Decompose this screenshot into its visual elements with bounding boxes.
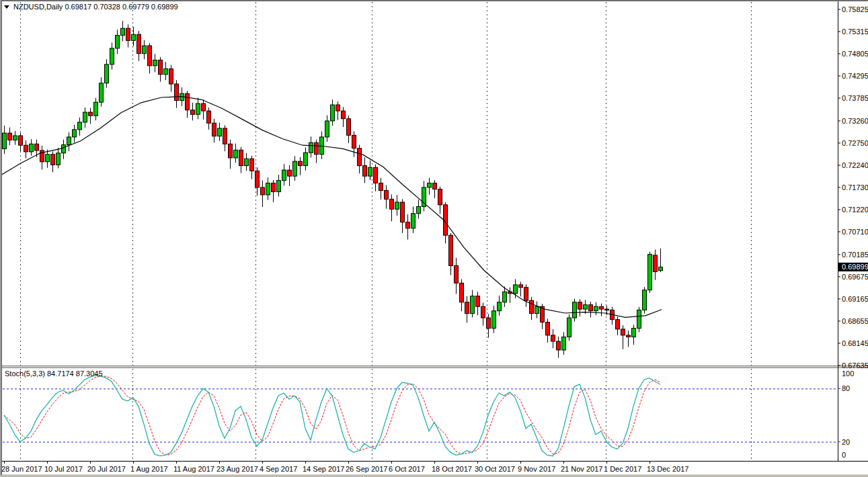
price-chart-canvas[interactable]: 0.758250.753150.748050.742950.737850.732…	[0, 0, 868, 477]
bullish-candle	[153, 60, 157, 65]
current-price-label: 0.69899	[842, 263, 868, 271]
bullish-candle	[659, 267, 663, 270]
bearish-candle	[299, 161, 303, 165]
bearish-candle	[148, 46, 152, 66]
time-axis-label: 18 Oct 2017	[432, 465, 472, 473]
price-axis-label: 0.75315	[842, 28, 868, 36]
time-axis-label: 4 Sep 2017	[260, 465, 297, 473]
bullish-candle	[584, 305, 588, 309]
price-axis-label: 0.69165	[842, 295, 868, 303]
bearish-candle	[363, 166, 367, 177]
bearish-candle	[438, 189, 442, 205]
bullish-candle	[94, 102, 98, 116]
price-axis-label: 0.68145	[842, 339, 868, 347]
stoch-main-line	[4, 376, 660, 456]
time-axis-label: 1 Aug 2017	[130, 465, 168, 473]
bullish-candle	[395, 202, 399, 209]
bullish-candle	[632, 329, 636, 337]
moving-average-line	[0, 97, 662, 318]
stoch-axis-label-20: 20	[842, 438, 850, 446]
bearish-candle	[126, 28, 130, 40]
bearish-candle	[352, 135, 356, 148]
bearish-candle	[374, 167, 378, 183]
bullish-candle	[643, 290, 647, 310]
bearish-candle	[342, 111, 346, 119]
bearish-candle	[202, 103, 206, 111]
bearish-candle	[261, 187, 265, 195]
bearish-candle	[191, 110, 195, 114]
bullish-candle	[648, 255, 652, 290]
bearish-candle	[207, 111, 211, 123]
bearish-candle	[616, 320, 620, 329]
bullish-candle	[234, 150, 238, 158]
bearish-candle	[89, 112, 93, 116]
bullish-candle	[573, 302, 577, 318]
time-axis-label: 6 Oct 2017	[389, 465, 425, 473]
bullish-candle	[411, 214, 416, 228]
bearish-candle	[621, 329, 625, 335]
bearish-candle	[627, 335, 631, 337]
price-axis-label: 0.71220	[842, 206, 868, 214]
bullish-candle	[3, 133, 7, 148]
bearish-candle	[347, 119, 351, 136]
bearish-candle	[460, 283, 464, 302]
bullish-candle	[368, 167, 372, 176]
bearish-candle	[24, 145, 28, 152]
bearish-candle	[175, 84, 179, 101]
bullish-candle	[304, 153, 308, 165]
bearish-candle	[524, 288, 528, 300]
time-axis-label: 11 Aug 2017	[173, 465, 214, 473]
bearish-candle	[385, 190, 389, 199]
stoch-axis-label-80: 80	[842, 384, 850, 392]
bearish-candle	[551, 335, 555, 341]
collapse-indicator-icon[interactable]	[4, 5, 9, 9]
bearish-candle	[315, 142, 319, 154]
bullish-candle	[245, 159, 249, 165]
bullish-candle	[196, 103, 200, 114]
bullish-candle	[110, 48, 114, 64]
bearish-candle	[557, 341, 561, 350]
bearish-candle	[336, 105, 340, 111]
bearish-candle	[390, 199, 394, 209]
bearish-candle	[465, 302, 469, 314]
price-axis-label: 0.72240	[842, 161, 868, 169]
bearish-candle	[401, 202, 405, 222]
time-axis-label: 28 Jun 2017	[1, 465, 42, 473]
bearish-candle	[358, 148, 362, 166]
time-axis-label: 10 Jul 2017	[44, 465, 83, 473]
bullish-candle	[594, 306, 598, 310]
bullish-candle	[277, 181, 281, 192]
bearish-candle	[605, 309, 609, 310]
bearish-candle	[519, 285, 523, 288]
bearish-candle	[137, 34, 141, 53]
bullish-candle	[266, 183, 270, 194]
bearish-candle	[530, 300, 534, 313]
price-axis-label: 0.74805	[842, 50, 868, 58]
window-border-left	[0, 0, 2, 477]
bearish-candle	[600, 306, 604, 309]
bearish-candle	[229, 144, 233, 158]
bearish-candle	[186, 93, 190, 110]
bullish-candle	[132, 34, 136, 40]
time-axis-label: 21 Nov 2017	[561, 465, 602, 473]
bearish-candle	[379, 183, 383, 190]
price-axis-label: 0.72750	[842, 139, 868, 147]
time-axis-label: 23 Aug 2017	[216, 465, 258, 473]
bearish-candle	[169, 69, 173, 84]
price-axis-label: 0.67635	[842, 361, 868, 370]
bullish-candle	[492, 311, 496, 329]
bullish-candle	[30, 144, 34, 152]
bullish-candle	[637, 310, 641, 328]
bearish-candle	[250, 159, 254, 171]
bullish-candle	[218, 128, 222, 136]
bullish-candle	[503, 292, 507, 302]
price-axis-label: 0.74295	[842, 72, 868, 80]
time-axis-label: 9 Nov 2017	[518, 465, 555, 473]
bearish-candle	[481, 306, 485, 318]
mt4-chart-window: 0.758250.753150.748050.742950.737850.732…	[0, 0, 868, 477]
bearish-candle	[255, 171, 260, 187]
bullish-candle	[67, 137, 71, 145]
bearish-candle	[449, 235, 453, 265]
bullish-candle	[83, 112, 87, 122]
bullish-candle	[46, 155, 50, 162]
